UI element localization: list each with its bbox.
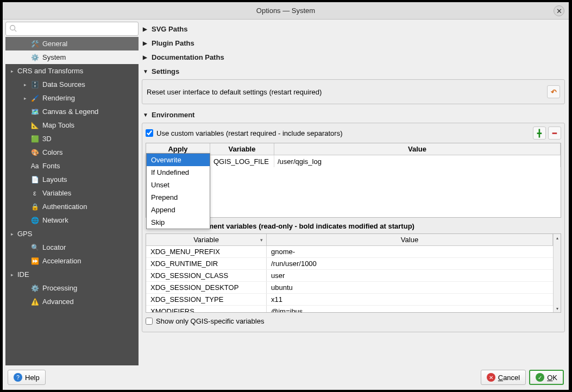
close-icon: ✕ xyxy=(556,7,562,15)
sidebar-item-label: Fonts xyxy=(42,162,60,170)
col-variable[interactable]: Variable xyxy=(210,143,274,155)
env-var-row[interactable]: XDG_MENU_PREFIXgnome- xyxy=(146,246,553,258)
apply-option-prepend[interactable]: Prepend xyxy=(147,191,210,204)
close-button[interactable]: ✕ xyxy=(554,5,564,16)
section-plugin-paths[interactable]: ▶ Plugin Paths xyxy=(142,36,565,50)
sidebar-item-canvas-legend[interactable]: 🗺️Canvas & Legend xyxy=(5,105,139,118)
section-settings[interactable]: ▼ Settings xyxy=(142,64,565,78)
help-button[interactable]: ? Help xyxy=(8,370,46,385)
apply-dropdown[interactable]: OverwriteIf UndefinedUnsetPrependAppendS… xyxy=(146,153,210,229)
env-var-row[interactable]: XDG_RUNTIME_DIR/run/user/1000 xyxy=(146,258,553,270)
reset-ui-button[interactable]: ↶ xyxy=(547,85,560,98)
sidebar-item-rendering[interactable]: ▸🖌️Rendering xyxy=(5,91,139,105)
sidebar-item-label: Advanced xyxy=(42,298,74,306)
chevron-down-icon: ▼ xyxy=(143,68,148,74)
network-icon: 🌐 xyxy=(30,216,39,225)
show-only-row: Show only QGIS-specific variables xyxy=(146,317,561,325)
current-env-box: Variable ▾ Value XDG_MENU_PREFIXgnome-XD… xyxy=(146,233,561,325)
apply-option-append[interactable]: Append xyxy=(147,204,210,216)
rendering-icon: 🖌️ xyxy=(30,94,39,103)
show-only-qgis-checkbox[interactable] xyxy=(146,318,153,325)
map-tools-icon: 📐 xyxy=(30,121,39,130)
sidebar-item-processing[interactable]: ⚙️Processing xyxy=(5,281,139,295)
sidebar-item-variables[interactable]: εVariables xyxy=(5,186,139,200)
sidebar-item-colors[interactable]: 🎨Colors xyxy=(5,146,139,159)
environment-box: Use custom variables (restart required -… xyxy=(142,123,565,332)
sidebar-item-map-tools[interactable]: 📐Map Tools xyxy=(5,118,139,132)
advanced-icon: ⚠️ xyxy=(30,298,39,306)
sidebar-item-label: Acceleration xyxy=(42,257,81,265)
apply-option-if-undefined[interactable]: If Undefined xyxy=(147,166,210,179)
reset-ui-label: Reset user interface to default settings… xyxy=(147,88,547,96)
sidebar-item-layouts[interactable]: 📄Layouts xyxy=(5,173,139,186)
sidebar-search[interactable] xyxy=(5,22,139,36)
sidebar-item-acceleration[interactable]: ⏩Acceleration xyxy=(5,254,139,268)
sidebar-item-crs-and-transforms[interactable]: ▸CRS and Transforms xyxy=(5,64,139,78)
chevron-right-icon: ▶ xyxy=(143,40,148,46)
sidebar-item-fonts[interactable]: AaFonts xyxy=(5,159,139,173)
window-body: 🛠️General⚙️System▸CRS and Transforms▸🗄️D… xyxy=(3,20,569,390)
locator-icon: 🔍 xyxy=(30,243,39,252)
sort-indicator-icon: ▾ xyxy=(260,237,263,243)
variable-cell[interactable]: QGIS_LOG_FILE xyxy=(210,155,274,167)
ok-button[interactable]: ✓ OK xyxy=(529,370,564,385)
value-cell[interactable]: /user/qgis_log xyxy=(274,155,561,167)
apply-option-overwrite[interactable]: Overwrite xyxy=(147,154,210,166)
apply-option-unset[interactable]: Unset xyxy=(147,179,210,191)
window-title: Options — System xyxy=(256,7,315,15)
sidebar-item-network[interactable]: 🌐Network xyxy=(5,213,139,227)
env-var-row[interactable]: XMODIFIERS@im=ibus xyxy=(146,306,553,312)
sidebar-item-locator[interactable]: 🔍Locator xyxy=(5,241,139,254)
section-documentation-paths[interactable]: ▶ Documentation Paths xyxy=(142,50,565,64)
sidebar-item-data-sources[interactable]: ▸🗄️Data Sources xyxy=(5,78,139,91)
sidebar-item-label: Layouts xyxy=(42,175,67,184)
sidebar-item-ide[interactable]: ▸IDE xyxy=(5,268,139,281)
col-value[interactable]: Value xyxy=(274,143,561,155)
current-env-table-body: XDG_MENU_PREFIXgnome-XDG_RUNTIME_DIR/run… xyxy=(146,246,553,312)
sidebar-item-advanced[interactable]: ⚠️Advanced xyxy=(5,295,139,308)
3d-icon: 🟩 xyxy=(30,135,39,143)
titlebar: Options — System ✕ xyxy=(3,2,569,20)
scroll-up-icon[interactable]: ▴ xyxy=(554,234,561,242)
vertical-scrollbar[interactable]: ▴ ▾ xyxy=(553,234,561,312)
settings-box: Reset user interface to default settings… xyxy=(142,79,565,104)
chevron-right-icon: ▸ xyxy=(10,68,14,74)
env-var-row[interactable]: XDG_SESSION_DESKTOPubuntu xyxy=(146,282,553,294)
cancel-button[interactable]: ✕ Cancel xyxy=(481,370,526,385)
section-svg-paths[interactable]: ▶ SVG Paths xyxy=(142,22,565,36)
add-var-button[interactable]: ╋ xyxy=(533,127,546,140)
use-custom-vars-checkbox[interactable] xyxy=(146,129,153,137)
env-var-name: XDG_RUNTIME_DIR xyxy=(146,258,267,269)
layouts-icon: 📄 xyxy=(30,175,39,184)
env-var-value: user xyxy=(267,270,553,281)
ok-label: OK xyxy=(547,374,557,382)
main-panel: ▶ SVG Paths ▶ Plugin Paths ▶ Documentati… xyxy=(141,22,566,365)
env-var-row[interactable]: XDG_SESSION_TYPEx11 xyxy=(146,294,553,306)
data-sources-icon: 🗄️ xyxy=(30,80,39,89)
nav-tree[interactable]: 🛠️General⚙️System▸CRS and Transforms▸🗄️D… xyxy=(5,37,139,365)
sidebar-item-general[interactable]: 🛠️General xyxy=(5,37,139,50)
current-env-table-header: Variable ▾ Value xyxy=(146,234,553,246)
scroll-down-icon[interactable]: ▾ xyxy=(554,305,561,312)
apply-option-skip[interactable]: Skip xyxy=(147,216,210,229)
sidebar-item-label: Processing xyxy=(42,284,77,292)
system-icon: ⚙️ xyxy=(30,53,39,62)
search-input[interactable] xyxy=(19,25,135,33)
sidebar-item-3d[interactable]: 🟩3D xyxy=(5,132,139,146)
ok-icon: ✓ xyxy=(536,373,544,382)
sidebar-item-gps[interactable]: ▸GPS xyxy=(5,227,139,241)
env-var-row[interactable]: XDG_SESSION_CLASSuser xyxy=(146,270,553,282)
colors-icon: 🎨 xyxy=(30,148,39,157)
chevron-right-icon: ▸ xyxy=(10,231,14,237)
col-value[interactable]: Value xyxy=(267,234,553,245)
cancel-label: Cancel xyxy=(498,374,520,382)
help-icon: ? xyxy=(14,373,22,382)
remove-var-button[interactable]: ━ xyxy=(548,127,561,140)
chevron-right-icon: ▶ xyxy=(143,26,148,32)
sidebar-item-system[interactable]: ⚙️System xyxy=(5,50,139,64)
env-var-name: XDG_SESSION_DESKTOP xyxy=(146,282,267,293)
svg-point-0 xyxy=(10,25,15,30)
col-variable[interactable]: Variable ▾ xyxy=(146,234,267,245)
sidebar-item-authentication[interactable]: 🔒Authentication xyxy=(5,200,139,213)
section-environment[interactable]: ▼ Environment xyxy=(142,108,565,122)
